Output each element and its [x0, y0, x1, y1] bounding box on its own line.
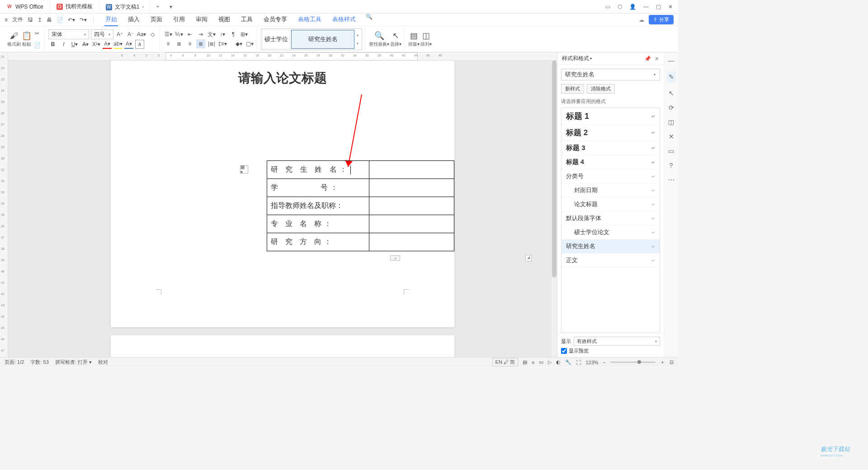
tab-insert[interactable]: 插入	[127, 14, 141, 26]
fullscreen-icon[interactable]: ⛶	[576, 360, 581, 365]
tab-view[interactable]: 视图	[217, 14, 231, 26]
sort-icon[interactable]: ↕▾	[218, 30, 227, 39]
ruler-icon[interactable]: ⊞▾	[240, 30, 249, 39]
font-name-combo[interactable]: 宋体▾	[48, 29, 89, 39]
italic-icon[interactable]: I	[59, 40, 68, 49]
cell-student-name-label[interactable]: 研 究 生 姓 名：	[267, 161, 369, 179]
format-painter-button[interactable]: 🖌格式刷	[7, 31, 21, 47]
find-replace-button[interactable]: 🔍查找替换▾	[369, 31, 389, 47]
export-icon[interactable]: ↥	[38, 17, 42, 23]
style-list-item[interactable]: 标题 4↵	[561, 155, 660, 169]
shrink-font-icon[interactable]: A⁻	[126, 30, 135, 39]
tab-member[interactable]: 会员专享	[263, 14, 288, 26]
tab-begin[interactable]: 开始	[104, 14, 118, 26]
show-preview-checkbox[interactable]: 显示预览	[561, 348, 660, 354]
book-icon[interactable]: ▭	[668, 147, 674, 155]
more-icon[interactable]: ⋯	[668, 176, 675, 183]
sync-icon[interactable]: ⟳	[669, 104, 674, 111]
print-preview-icon[interactable]: 📄	[57, 17, 63, 23]
clear-format-button[interactable]: 清除格式	[587, 84, 615, 94]
share-button[interactable]: ⇪ 分享	[649, 15, 674, 24]
close-panel-icon[interactable]: ✕	[655, 56, 659, 62]
pencil-icon[interactable]: ✎	[667, 71, 676, 82]
language-indicator[interactable]: EN 🖊 简	[492, 358, 518, 367]
undo-icon[interactable]: ↶▾	[68, 17, 75, 23]
indent-icon[interactable]: ⇥	[196, 30, 205, 39]
tab-page[interactable]: 页面	[150, 14, 163, 26]
highlight-icon[interactable]: ab▾	[113, 40, 123, 49]
tab-wps-home[interactable]: W WPS Office	[0, 0, 50, 13]
cube-icon[interactable]: ⬡	[618, 4, 622, 10]
paste-button[interactable]: 📋粘贴	[22, 31, 32, 47]
vertical-ruler[interactable]: 2122232425262728293031323334353637383940…	[0, 52, 8, 357]
shading-icon[interactable]: A▾	[124, 40, 133, 49]
select-button[interactable]: ↖选择▾	[390, 31, 401, 47]
outdent-icon[interactable]: ⇤	[185, 30, 194, 39]
scrollbar-thumb[interactable]	[552, 61, 557, 277]
cloud-icon[interactable]: ☁	[639, 17, 644, 23]
tab-review[interactable]: 审阅	[195, 14, 208, 26]
cell-advisor-label[interactable]: 指导教师姓名及职称：	[267, 197, 369, 215]
font-size-combo[interactable]: 四号▾	[91, 29, 113, 39]
table-resize-handle[interactable]: ◢	[525, 255, 532, 261]
cell-major-label[interactable]: 专 业 名 称：	[267, 215, 369, 233]
align-center-icon[interactable]: ≣	[175, 39, 184, 48]
view-print-icon[interactable]: ▤	[523, 359, 527, 365]
align-left-icon[interactable]: ≡	[164, 39, 173, 48]
tab-menu-button[interactable]: ▾	[165, 4, 177, 10]
cursor-tool-icon[interactable]: ↖	[669, 89, 674, 97]
cell-direction-value[interactable]	[369, 233, 454, 251]
show-filter-combo[interactable]: 有效样式 ▾	[574, 337, 660, 346]
style-list-item[interactable]: 正文↵	[561, 254, 660, 268]
current-style-combo[interactable]: 研究生姓名 ▾	[561, 69, 660, 80]
document-page-2[interactable]	[111, 335, 454, 357]
clear-format-icon[interactable]: ◇	[148, 30, 157, 39]
redo-icon[interactable]: ↷▾	[80, 17, 87, 23]
tab-document-1[interactable]: W 文字文稿1 •	[99, 0, 151, 13]
borders-icon[interactable]: ▢▾	[245, 39, 254, 48]
arrange-button[interactable]: ◫排列▾	[420, 31, 432, 47]
bold-icon[interactable]: B	[48, 40, 57, 49]
style-list-item[interactable]: 封面日期↵	[561, 183, 660, 197]
checkbox-input[interactable]	[561, 348, 567, 354]
zoom-in-button[interactable]: ＋	[660, 359, 665, 366]
new-style-button[interactable]: 新样式	[561, 84, 584, 94]
word-count[interactable]: 字数: 53	[30, 359, 48, 366]
font-color-icon[interactable]: A▾	[103, 40, 112, 49]
cut-icon[interactable]: ✂	[33, 29, 42, 38]
align-justify-icon[interactable]: ≣	[196, 39, 205, 48]
style-list-item[interactable]: 研究生姓名↵	[561, 240, 660, 254]
fit-page-icon[interactable]: ⊡	[670, 359, 674, 365]
style-gallery-expand[interactable]: ▴▾	[355, 33, 360, 46]
line-spacing-icon[interactable]: ‡≡▾	[218, 39, 227, 48]
layout-button[interactable]: ▤排版▾	[408, 31, 420, 47]
avatar-icon[interactable]: 👤	[629, 4, 636, 10]
cell-advisor-value[interactable]	[369, 197, 454, 215]
tab-table-tools[interactable]: 表格工具	[297, 14, 322, 26]
view-web-icon[interactable]: ▭	[539, 359, 543, 365]
focus-mode-icon[interactable]: ◐	[556, 359, 561, 365]
numbering-icon[interactable]: ⅕▾	[175, 30, 184, 39]
template-icon[interactable]: ◫	[668, 118, 674, 126]
cell-student-id-value[interactable]	[369, 179, 454, 197]
style-list-item[interactable]: 标题 2↵	[561, 125, 660, 141]
style-gallery[interactable]: 硕士学位 研究生姓名 ▴▾	[261, 28, 362, 50]
align-right-icon[interactable]: ≡	[185, 39, 194, 48]
grow-font-icon[interactable]: A⁺	[115, 30, 124, 39]
underline-icon[interactable]: U▾	[70, 40, 79, 49]
zoom-slider[interactable]	[610, 362, 656, 363]
view-read-icon[interactable]: ▷	[548, 359, 552, 365]
style-preview-b[interactable]: 研究生姓名	[291, 30, 354, 49]
show-marks-icon[interactable]: ¶	[229, 30, 238, 39]
maximize-button[interactable]: ▢	[656, 4, 661, 10]
tab-docer-templates[interactable]: D 找稻壳模板	[50, 0, 99, 13]
eye-protect-icon[interactable]: 🔧	[565, 359, 571, 365]
style-list-item[interactable]: 标题 3↵	[561, 141, 660, 155]
hamburger-icon[interactable]: ≡	[5, 17, 8, 23]
thesis-title-placeholder[interactable]: 请输入论文标题	[111, 70, 454, 87]
minimize-button[interactable]: —	[643, 4, 649, 10]
zoom-value[interactable]: 123%	[585, 360, 598, 365]
vertical-scrollbar[interactable]	[552, 61, 557, 357]
save-icon[interactable]: 🖫	[28, 17, 33, 23]
tools-icon[interactable]: ✕	[669, 133, 674, 140]
